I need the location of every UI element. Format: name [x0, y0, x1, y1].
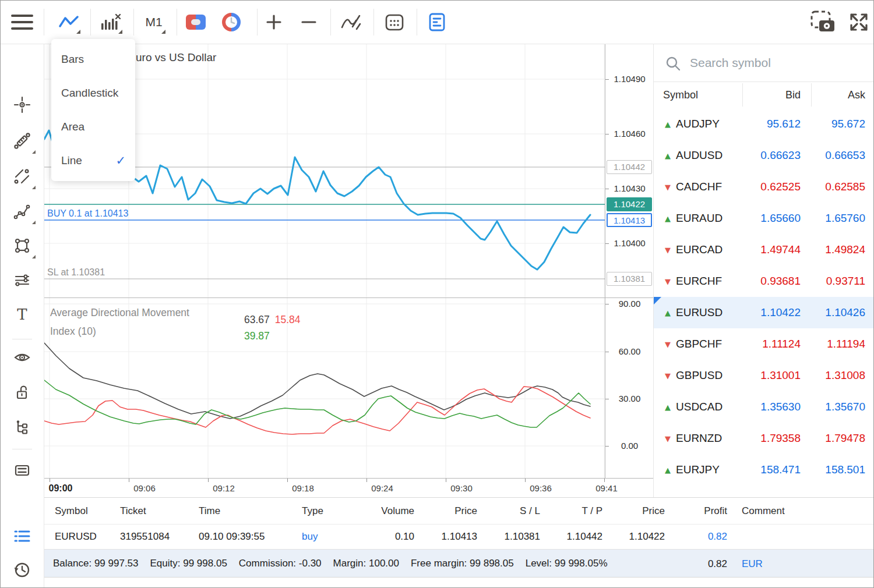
chart-objects-button[interactable]	[94, 6, 127, 38]
sidebar-divider	[12, 449, 32, 449]
price-scale[interactable]: 1.104901.104601.104301.1040090.0060.0030…	[605, 44, 653, 497]
bid-cell[interactable]: 1.79358	[760, 432, 801, 445]
menu-item-bars[interactable]: Bars	[51, 42, 135, 76]
trend-up-icon: ▲	[665, 151, 671, 160]
screenshot-button[interactable]	[808, 6, 838, 38]
trade-column-comment[interactable]: Comment	[742, 505, 785, 517]
pane-separator[interactable]	[44, 297, 653, 298]
current-price-badge[interactable]: 1.10422	[607, 197, 652, 211]
ask-cell[interactable]: 1.79478	[825, 432, 865, 445]
trade-column-time[interactable]: Time	[199, 505, 220, 517]
trade-column-volume[interactable]: Volume	[381, 505, 414, 517]
horizontal-lines-tool-button[interactable]	[5, 264, 39, 296]
crosshair-tool-button[interactable]	[5, 88, 39, 121]
lock-objects-button[interactable]	[5, 376, 39, 409]
watchlist-row-gbpchf[interactable]: ▼GBPCHF1.111241.11194	[654, 328, 874, 360]
ask-cell[interactable]: 95.672	[831, 118, 865, 130]
symbol-cell: EURCAD	[676, 243, 723, 256]
bid-cell[interactable]: 95.612	[767, 118, 801, 130]
ask-cell[interactable]: 1.10426	[825, 306, 865, 319]
ruler-tool-button[interactable]	[5, 125, 39, 157]
watchlist-row-cadchf[interactable]: ▼CADCHF0.625250.62585	[654, 171, 874, 203]
ask-cell[interactable]: 0.66653	[825, 149, 865, 162]
buy-price-badge[interactable]: 1.10413	[607, 213, 652, 227]
trade-column-profit[interactable]: Profit	[704, 505, 727, 517]
trade-column-type[interactable]: Type	[302, 505, 323, 517]
column-header-symbol[interactable]: Symbol	[663, 82, 698, 108]
shapes-tool-button[interactable]	[5, 229, 39, 262]
ask-cell[interactable]: 0.93711	[826, 275, 865, 288]
fullscreen-button[interactable]	[844, 6, 874, 38]
buy-position-label[interactable]: BUY 0.1 at 1.10413	[47, 208, 128, 219]
watchlist-row-audusd[interactable]: ▲AUDUSD0.666230.66653	[654, 140, 874, 171]
trade-column-price[interactable]: Price	[454, 505, 477, 517]
tp-price-badge[interactable]: 1.10442	[607, 160, 652, 174]
bid-cell[interactable]: 0.62525	[760, 180, 801, 193]
history-tab-button[interactable]	[5, 554, 39, 586]
bid-cell[interactable]: 1.10422	[760, 306, 801, 319]
market-hours-button[interactable]	[215, 6, 248, 38]
stop-loss-label[interactable]: SL at 1.10381	[47, 267, 105, 278]
timeframe-button[interactable]: M1	[138, 6, 170, 38]
polyline-tool-button[interactable]	[5, 195, 39, 228]
watchlist-row-eurjpy[interactable]: ▲EURJPY158.471158.501	[654, 454, 874, 486]
trade-column-tp[interactable]: T / P	[582, 505, 602, 517]
trade-column-symbol[interactable]: Symbol	[55, 505, 88, 517]
menu-item-area[interactable]: Area	[51, 110, 135, 144]
trade-column-sl[interactable]: S / L	[520, 505, 540, 517]
watchlist-row-usdcad[interactable]: ▲USDCAD1.356301.35670	[654, 391, 874, 423]
trade-tab-button[interactable]	[5, 520, 39, 552]
time-axis[interactable]: 09:0009:0609:1209:1809:2409:3009:3609:41	[44, 478, 653, 497]
menu-item-candlestick[interactable]: Candlestick	[51, 76, 135, 110]
text-tool-button[interactable]: T	[5, 299, 39, 331]
bid-cell[interactable]: 1.11124	[762, 338, 801, 350]
crosshair-icon	[13, 96, 31, 114]
bid-cell[interactable]: 1.49744	[760, 243, 801, 256]
zoom-out-button[interactable]	[292, 6, 325, 38]
trade-cell-price: 1.10413	[442, 531, 477, 543]
trade-panel-button[interactable]	[421, 6, 453, 38]
ask-cell[interactable]: 1.11194	[827, 338, 865, 350]
economic-calendar-button[interactable]	[378, 6, 411, 38]
ask-cell[interactable]: 1.65760	[825, 212, 865, 225]
watchlist-row-eurcad[interactable]: ▼EURCAD1.497441.49824	[654, 234, 874, 265]
visibility-button[interactable]	[5, 341, 39, 374]
trade-column-ticket[interactable]: Ticket	[120, 505, 146, 517]
watchlist-row-eurnzd[interactable]: ▼EURNZD1.793581.79478	[654, 423, 874, 454]
watchlist-row-eurusd[interactable]: ▲EURUSD1.104221.10426	[654, 297, 874, 328]
trade-column-price-current[interactable]: Price	[642, 505, 665, 517]
watchlist-row-euraud[interactable]: ▲EURAUD1.656601.65760	[654, 203, 874, 234]
account-currency[interactable]: EUR	[742, 550, 763, 578]
search-input[interactable]	[690, 52, 865, 73]
bid-cell[interactable]: 0.66623	[760, 149, 801, 162]
symbol-search[interactable]	[654, 44, 874, 82]
bid-cell[interactable]: 0.93681	[760, 275, 801, 288]
channel-tool-button[interactable]	[5, 160, 39, 193]
trend-up-icon: ▲	[665, 120, 671, 129]
sl-price-badge[interactable]: 1.10381	[607, 272, 652, 286]
watchlist-row-audjpy[interactable]: ▲AUDJPY95.61295.672	[654, 108, 874, 140]
column-header-bid[interactable]: Bid	[785, 82, 801, 108]
bid-cell[interactable]: 1.65660	[760, 212, 801, 225]
ask-cell[interactable]: 1.35670	[825, 401, 865, 413]
watchlist-row-eurchf[interactable]: ▼EURCHF0.936810.93711	[654, 265, 874, 297]
menu-item-line[interactable]: Line✓	[51, 144, 135, 178]
watchlist-row-gbpusd[interactable]: ▼GBPUSD1.310011.31008	[654, 360, 874, 391]
bid-cell[interactable]: 158.471	[760, 463, 801, 476]
ask-cell[interactable]: 158.501	[825, 463, 865, 476]
object-list-button[interactable]	[5, 411, 39, 444]
bid-cell[interactable]: 1.31001	[760, 369, 801, 382]
print-button[interactable]	[5, 454, 39, 487]
column-header-ask[interactable]: Ask	[848, 82, 865, 108]
indicators-button[interactable]	[335, 6, 368, 38]
main-menu-button[interactable]	[6, 6, 38, 38]
trade-table-row[interactable]: EURUSD31955108409.10 09:39:55buy0.101.10…	[44, 524, 874, 549]
one-click-trading-button[interactable]	[179, 6, 212, 38]
objects-tree-icon	[13, 419, 31, 436]
ask-cell[interactable]: 1.49824	[825, 243, 865, 256]
zoom-in-button[interactable]	[258, 6, 290, 38]
ask-cell[interactable]: 0.62585	[825, 180, 865, 193]
ask-cell[interactable]: 1.31008	[825, 369, 865, 382]
bid-cell[interactable]: 1.35630	[760, 401, 801, 413]
chart-type-button[interactable]	[52, 6, 85, 38]
